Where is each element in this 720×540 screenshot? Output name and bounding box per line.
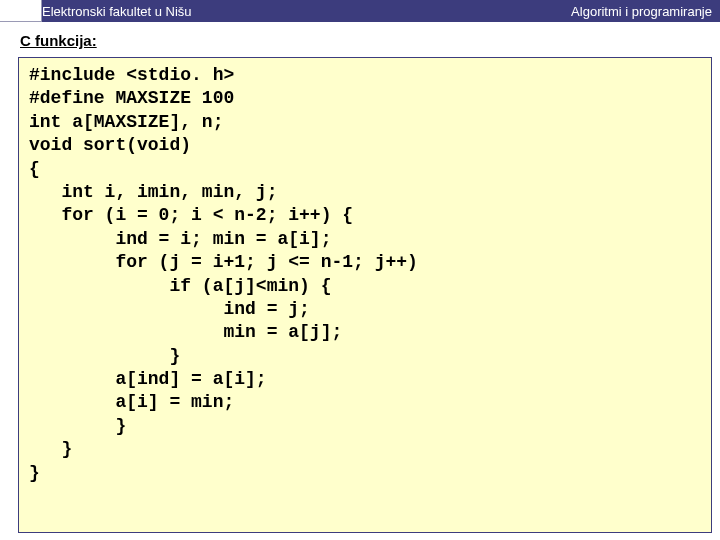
code-line: a[ind] = a[i]; xyxy=(29,369,267,389)
header-accent-box xyxy=(0,0,42,22)
code-line: } xyxy=(29,346,180,366)
slide-header: Elektronski fakultet u Nišu Algoritmi i … xyxy=(0,0,720,22)
code-line: } xyxy=(29,439,72,459)
code-line: void sort(void) xyxy=(29,135,191,155)
code-block: #include <stdio. h> #define MAXSIZE 100 … xyxy=(18,57,712,533)
section-heading: C funkcija: xyxy=(0,22,720,55)
code-line: min = a[j]; xyxy=(29,322,342,342)
code-line: { xyxy=(29,159,40,179)
code-line: int i, imin, min, j; xyxy=(29,182,277,202)
code-line: int a[MAXSIZE], n; xyxy=(29,112,223,132)
code-line: ind = j; xyxy=(29,299,310,319)
code-line: for (j = i+1; j <= n-1; j++) xyxy=(29,252,418,272)
header-strip: Elektronski fakultet u Nišu xyxy=(42,0,563,22)
code-line: #include <stdio. h> xyxy=(29,65,234,85)
code-line: if (a[j]<min) { xyxy=(29,276,331,296)
institution-title: Elektronski fakultet u Nišu xyxy=(42,0,202,22)
code-line: } xyxy=(29,463,40,483)
code-line: a[i] = min; xyxy=(29,392,234,412)
code-line: #define MAXSIZE 100 xyxy=(29,88,234,108)
code-line: for (i = 0; i < n-2; i++) { xyxy=(29,205,353,225)
course-title: Algoritmi i programiranje xyxy=(563,0,720,22)
code-line: } xyxy=(29,416,126,436)
code-line: ind = i; min = a[i]; xyxy=(29,229,331,249)
